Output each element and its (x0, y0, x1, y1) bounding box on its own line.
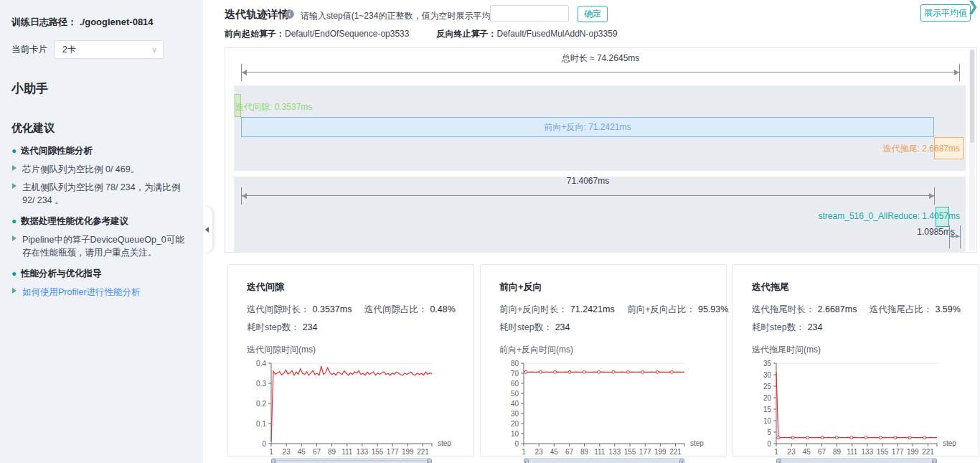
card-stats: 迭代间隙时长：0.3537ms 迭代间隙占比：0.48% (247, 304, 466, 316)
fw-start-op-label: 前向起始算子： (225, 29, 285, 39)
card-title: 迭代间隙 (247, 281, 466, 294)
svg-text:10: 10 (763, 417, 772, 425)
suggestion-item: Pipeline中的算子DeviceQueueOp_0可能存在性能瓶颈，请用户重… (11, 233, 192, 259)
svg-text:20: 20 (511, 420, 519, 428)
line-chart: 0510152025303512345678911113315517719922… (752, 357, 967, 458)
card-select[interactable]: 2卡 ∨ (55, 40, 164, 59)
step-input-hint: 请输入step值(1~234的正整数，值为空时展示平均值) (301, 10, 501, 22)
sidebar-collapse-handle[interactable] (203, 207, 212, 253)
zoom-handle-right[interactable] (427, 459, 432, 463)
confirm-button[interactable]: 确定 (578, 6, 608, 22)
card-iteration-gap: 迭代间隙 迭代间隙时长：0.3537ms 迭代间隙占比：0.48% 耗时step… (227, 264, 474, 457)
svg-text:111: 111 (847, 448, 858, 456)
triangle-bullet-icon (12, 165, 17, 171)
suggestion-item: 芯片侧队列为空比例 0/ 469。 (11, 163, 192, 176)
card-stats: 前向+反向时长：71.2421ms 前向+反向占比：95.93% (499, 304, 719, 316)
svg-text:1: 1 (774, 448, 778, 456)
svg-text:0: 0 (767, 440, 771, 448)
line-chart: 00.10.20.30.4123456789111133155177199221… (247, 357, 462, 458)
profiler-help-link[interactable]: 如何使用Profiler进行性能分析 (11, 286, 192, 299)
tail-label: 迭代拖尾: 2.6687ms (883, 143, 960, 155)
page-title: 迭代轨迹详情 (225, 8, 289, 22)
svg-text:10: 10 (511, 430, 519, 438)
operator-row: 前向起始算子：Default/EndOfSequence-op3533反向终止算… (225, 28, 618, 40)
data-zoom-slider[interactable] (271, 458, 432, 463)
svg-text:45: 45 (550, 448, 559, 456)
svg-text:50: 50 (511, 390, 519, 398)
line-chart: 0102030405060708012345678911113315517719… (499, 357, 715, 458)
bullet-icon: ● (11, 216, 17, 226)
timeline-scrollbar[interactable] (969, 50, 975, 251)
suggestion-group-title: ● 性能分析与优化指导 (11, 268, 192, 280)
svg-text:0.2: 0.2 (256, 400, 266, 408)
train-log-path: 训练日志路径：./googlenet-0814 (11, 16, 192, 29)
svg-text:89: 89 (328, 448, 336, 456)
page: 训练日志路径：./googlenet-0814 当前卡片 2卡 ∨ 小助手 优化… (0, 0, 980, 463)
zoom-handle-left[interactable] (524, 459, 529, 463)
svg-text:155: 155 (624, 448, 636, 456)
bullet-icon: ● (11, 268, 17, 279)
stat-cards: 迭代间隙 迭代间隙时长：0.3537ms 迭代间隙占比：0.48% 耗时step… (227, 264, 979, 457)
svg-text:15: 15 (763, 406, 772, 413)
card-title: 前向+反向 (499, 281, 719, 294)
svg-text:70: 70 (511, 370, 519, 378)
svg-text:155: 155 (877, 448, 889, 456)
svg-text:89: 89 (580, 448, 589, 456)
svg-text:111: 111 (341, 448, 353, 456)
svg-text:30: 30 (763, 371, 772, 379)
svg-text:23: 23 (535, 448, 544, 456)
svg-text:177: 177 (639, 448, 651, 456)
chart-title: 迭代间隙时间(ms) (247, 344, 466, 356)
fw-bw-bar[interactable]: 前向+反向: 71.2421ms (241, 117, 934, 137)
zoom-handle-left[interactable] (271, 459, 276, 463)
chevron-down-icon: ∨ (151, 41, 157, 58)
show-average-button[interactable]: 展示平均值 (920, 4, 971, 22)
card-step-count: 耗时step数：234 (247, 322, 466, 334)
card-step-count: 耗时step数：234 (752, 322, 971, 334)
data-zoom-slider[interactable] (776, 458, 937, 463)
card-title: 迭代拖尾 (752, 281, 971, 294)
assistant-title: 小助手 (11, 80, 192, 97)
triangle-bullet-icon (12, 288, 17, 294)
svg-text:221: 221 (922, 448, 934, 456)
suggestions-title: 优化建议 (11, 121, 192, 135)
svg-text:30: 30 (511, 410, 519, 418)
svg-text:25: 25 (763, 383, 772, 390)
svg-text:199: 199 (654, 448, 666, 456)
suggestion-group-title: ● 数据处理性能优化参考建议 (11, 215, 192, 228)
card-tail: 迭代拖尾 迭代拖尾时长：2.6687ms 迭代拖尾占比：3.59% 耗时step… (732, 264, 979, 457)
svg-text:111: 111 (594, 448, 606, 456)
step-input[interactable] (490, 5, 569, 22)
collapse-left-icon (205, 227, 209, 233)
info-icon[interactable]: i (285, 9, 294, 19)
svg-text:step: step (943, 439, 956, 447)
timeline-row-2: 71.4067ms stream_516_0_AllReduce: 1.4057… (234, 177, 966, 253)
svg-text:89: 89 (833, 448, 842, 456)
svg-text:0.3: 0.3 (256, 380, 266, 388)
scrollbar-thumb[interactable] (970, 50, 974, 143)
suggestion-group-title: ● 迭代间隙性能分析 (11, 145, 192, 157)
card-select-value: 2卡 (62, 45, 76, 55)
svg-text:0: 0 (514, 440, 519, 448)
allreduce-label: stream_516_0_AllReduce: 1.4057ms (819, 211, 960, 221)
triangle-bullet-icon (12, 235, 17, 241)
data-zoom-slider[interactable] (524, 458, 684, 463)
svg-text:40: 40 (511, 400, 519, 408)
card-fw-bw: 前向+反向 前向+反向时长：71.2421ms 前向+反向占比：95.93% 耗… (480, 264, 727, 457)
svg-text:177: 177 (387, 448, 399, 456)
chart-title: 前向+反向时间(ms) (499, 344, 719, 356)
svg-text:199: 199 (402, 448, 414, 456)
svg-text:60: 60 (511, 380, 519, 388)
zoom-handle-right[interactable] (679, 459, 684, 463)
svg-text:1: 1 (269, 448, 273, 456)
svg-text:step: step (438, 439, 451, 447)
current-card-label: 当前卡片 (11, 44, 47, 56)
expand-right-chevron-icon[interactable]: ❯ (967, 0, 979, 14)
svg-text:67: 67 (565, 448, 574, 456)
zoom-handle-left[interactable] (776, 459, 781, 463)
svg-text:0.1: 0.1 (256, 420, 266, 428)
zoom-handle-right[interactable] (932, 459, 937, 463)
svg-text:5: 5 (767, 429, 771, 436)
sidebar: 训练日志路径：./googlenet-0814 当前卡片 2卡 ∨ 小助手 优化… (0, 0, 203, 463)
svg-text:step: step (690, 439, 704, 447)
